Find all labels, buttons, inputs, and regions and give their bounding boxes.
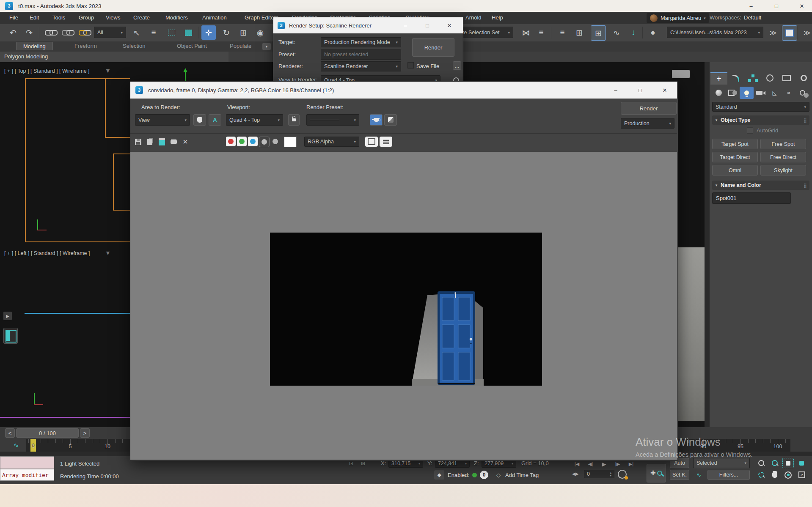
category-shapes-icon[interactable]: [726, 87, 740, 99]
left-viewport-label[interactable]: [ + ] [ Left ] [ Standard ] [ Wireframe …: [4, 250, 90, 256]
zoom-icon[interactable]: [755, 458, 767, 468]
channel-display-dropdown[interactable]: RGB Alpha ▾: [304, 137, 359, 147]
undo-icon[interactable]: ↶: [6, 25, 20, 40]
window-titlebar[interactable]: 3 t0.max - Autodesk 3ds Max 2023 – □ ✕: [0, 0, 812, 12]
shield-icon[interactable]: ◆: [434, 470, 444, 480]
free-direct-button[interactable]: Free Direct: [760, 152, 806, 162]
layer-explorer-icon[interactable]: ⊞: [572, 25, 586, 40]
tab-modeling[interactable]: Modeling: [16, 42, 53, 50]
close-icon[interactable]: ✕: [792, 0, 812, 12]
orbit-icon[interactable]: [782, 470, 794, 480]
tab-create[interactable]: +: [710, 72, 727, 85]
menu-group[interactable]: Group: [79, 14, 94, 21]
set-key-button[interactable]: Set K.: [670, 470, 689, 480]
background-color-swatch[interactable]: [284, 137, 297, 147]
maximize-icon[interactable]: □: [767, 0, 786, 12]
print-image-icon[interactable]: [168, 137, 179, 147]
close-icon[interactable]: ✕: [439, 17, 460, 33]
pan-hand-icon[interactable]: [769, 470, 780, 480]
add-time-tag[interactable]: Add Time Tag: [505, 472, 539, 478]
target-spot-button[interactable]: Target Spot: [712, 139, 758, 149]
tab-display[interactable]: [778, 72, 795, 84]
renderer-dropdown[interactable]: Scanline Renderer ▾: [321, 61, 401, 71]
menu-arnold[interactable]: Arnold: [465, 14, 482, 21]
align-icon[interactable]: ≡: [534, 25, 548, 40]
current-frame-field[interactable]: 0▴▾: [584, 470, 614, 478]
next-frame-button[interactable]: >: [80, 428, 90, 438]
select-and-rotate-icon[interactable]: ↻: [219, 25, 234, 40]
tab-selection[interactable]: Selection: [123, 43, 145, 49]
enabled-count-badge[interactable]: 0: [480, 471, 488, 479]
render-mode-dropdown[interactable]: Production ▾: [621, 118, 674, 129]
filters-button[interactable]: Filters...: [707, 470, 750, 480]
tab-freeform[interactable]: Freeform: [74, 43, 97, 49]
polygon-modeling-panel[interactable]: Polygon Modeling: [4, 53, 48, 60]
skylight-button[interactable]: Skylight: [760, 165, 806, 175]
category-systems-icon[interactable]: [795, 87, 809, 99]
toolbar-overflow-icon[interactable]: ≫: [766, 25, 780, 40]
bind-to-space-warp-icon[interactable]: [75, 25, 90, 40]
object-name-field[interactable]: Spot001: [712, 192, 791, 204]
alpha-channel-icon[interactable]: [259, 137, 270, 147]
material-editor-icon[interactable]: ●: [646, 25, 660, 40]
tab-populate[interactable]: Populate: [230, 43, 251, 49]
select-and-scale-icon[interactable]: ⊞: [236, 25, 250, 40]
project-folder-dropdown[interactable]: C:\Users\User\...s\3ds Max 2023 ▾: [667, 27, 763, 38]
select-by-name-icon[interactable]: ≡: [146, 25, 161, 40]
select-object-icon[interactable]: ↖: [129, 25, 144, 40]
save-file-checkbox[interactable]: [407, 62, 414, 69]
save-scene-icon[interactable]: [782, 25, 797, 41]
category-space-warps-icon[interactable]: ≈: [782, 87, 795, 99]
ribbon-toggle-icon[interactable]: ⊞: [591, 25, 606, 41]
rfw-render-button[interactable]: Render: [621, 102, 677, 115]
time-slider[interactable]: 0 / 100: [16, 428, 79, 438]
select-and-place-icon[interactable]: ◉: [253, 25, 267, 40]
minimize-icon[interactable]: –: [605, 82, 626, 99]
edit-region-icon[interactable]: [193, 114, 206, 126]
omni-button[interactable]: Omni: [712, 165, 758, 175]
top-viewport-label[interactable]: [ + ] [ Top ] [ Standard ] [ Wireframe ]: [4, 68, 90, 74]
render-setup-titlebar[interactable]: 3 Render Setup: Scanline Renderer – □ ✕: [273, 17, 463, 33]
user-account[interactable]: Margarida Abreu ▾: [647, 13, 709, 23]
scene-explorer-icon[interactable]: ≡: [555, 25, 570, 40]
mini-curve-editor-icon[interactable]: ∿: [9, 441, 23, 450]
perspective-viewport-strip[interactable]: [678, 247, 705, 421]
rectangular-selection-region-icon[interactable]: [164, 25, 179, 40]
panel-splitter[interactable]: [705, 62, 710, 427]
tab-object-paint[interactable]: Object Paint: [177, 43, 207, 49]
key-mode-icon[interactable]: ∿: [693, 470, 705, 480]
save-image-icon[interactable]: [133, 137, 143, 147]
select-and-move-icon[interactable]: ✛: [201, 25, 216, 40]
frame-step-icons[interactable]: ◀▶: [572, 471, 578, 476]
tab-motion[interactable]: [761, 72, 778, 84]
blue-channel-icon[interactable]: [248, 137, 258, 146]
free-spot-button[interactable]: Free Spot: [760, 139, 806, 149]
render-button[interactable]: Render: [412, 38, 454, 57]
menu-views[interactable]: Views: [106, 14, 120, 21]
menu-animation[interactable]: Animation: [202, 14, 227, 21]
filter-icon[interactable]: ▼: [105, 67, 111, 74]
autogrid-checkbox[interactable]: [747, 127, 753, 134]
menu-create[interactable]: Create: [133, 14, 150, 21]
area-to-render-dropdown[interactable]: View ▾: [135, 114, 190, 126]
target-dropdown[interactable]: Production Rendering Mode ▾: [321, 37, 401, 47]
name-and-color-rollout[interactable]: ▼ Name and Color ⣿: [712, 181, 809, 190]
prev-frame-button[interactable]: <: [5, 428, 15, 438]
viewcube[interactable]: [672, 70, 690, 78]
workspace-value[interactable]: Default: [744, 14, 761, 21]
maximize-viewport-icon[interactable]: ↗: [796, 470, 807, 480]
copy-image-icon[interactable]: [145, 137, 155, 147]
color-correction-icon[interactable]: [380, 137, 392, 147]
select-and-link-icon[interactable]: [41, 25, 56, 40]
minimize-icon[interactable]: –: [395, 17, 416, 33]
object-type-rollout[interactable]: ▼ Object Type ⣿: [712, 115, 809, 125]
curve-editor-icon[interactable]: ∿: [609, 25, 624, 40]
red-channel-icon[interactable]: [226, 137, 236, 146]
time-configuration-icon[interactable]: [618, 470, 627, 479]
render-setup-icon[interactable]: ↓: [626, 25, 641, 40]
zoom-extents-all-icon[interactable]: [796, 458, 807, 468]
layers-icon[interactable]: [365, 137, 378, 147]
light-type-dropdown[interactable]: Standard ▾: [712, 102, 809, 112]
tab-modify[interactable]: [727, 72, 744, 84]
green-channel-icon[interactable]: [237, 137, 247, 146]
